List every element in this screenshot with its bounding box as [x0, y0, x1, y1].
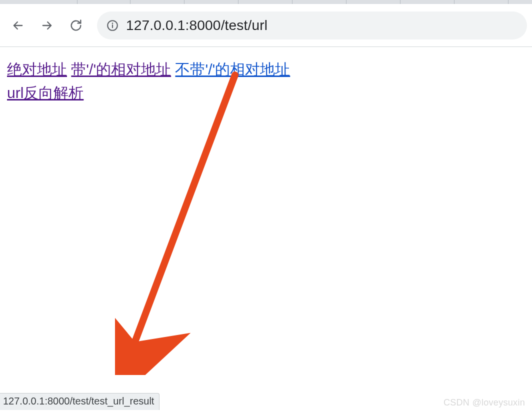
- status-bar: 127.0.0.1:8000/test/test_url_result: [0, 393, 160, 410]
- browser-toolbar: 127.0.0.1:8000/test/url: [0, 4, 532, 47]
- page-content: 绝对地址 带'/'的相对地址 不带'/'的相对地址 url反向解析: [0, 47, 532, 116]
- watermark: CSDN @loveysuxin: [444, 398, 525, 408]
- reload-button[interactable]: [63, 12, 89, 38]
- link-url-reverse[interactable]: url反向解析: [7, 84, 84, 101]
- annotation-arrow: [115, 70, 245, 375]
- arrow-left-icon: [11, 18, 25, 32]
- reload-icon: [69, 18, 83, 32]
- svg-point-2: [112, 22, 114, 24]
- status-bar-text: 127.0.0.1:8000/test/test_url_result: [3, 396, 154, 406]
- link-relative-without-slash[interactable]: 不带'/'的相对地址: [175, 61, 290, 78]
- link-relative-with-slash[interactable]: 带'/'的相对地址: [71, 61, 171, 78]
- arrow-right-icon: [40, 18, 54, 32]
- svg-line-3: [130, 75, 235, 355]
- address-bar[interactable]: 127.0.0.1:8000/test/url: [97, 12, 527, 40]
- back-button[interactable]: [5, 12, 31, 38]
- watermark-text: CSDN @loveysuxin: [444, 398, 525, 408]
- url-text[interactable]: 127.0.0.1:8000/test/url: [126, 18, 268, 34]
- forward-button[interactable]: [34, 12, 60, 38]
- link-absolute-address[interactable]: 绝对地址: [7, 61, 67, 78]
- tab-strip: [0, 0, 532, 4]
- site-info-icon[interactable]: [106, 19, 119, 32]
